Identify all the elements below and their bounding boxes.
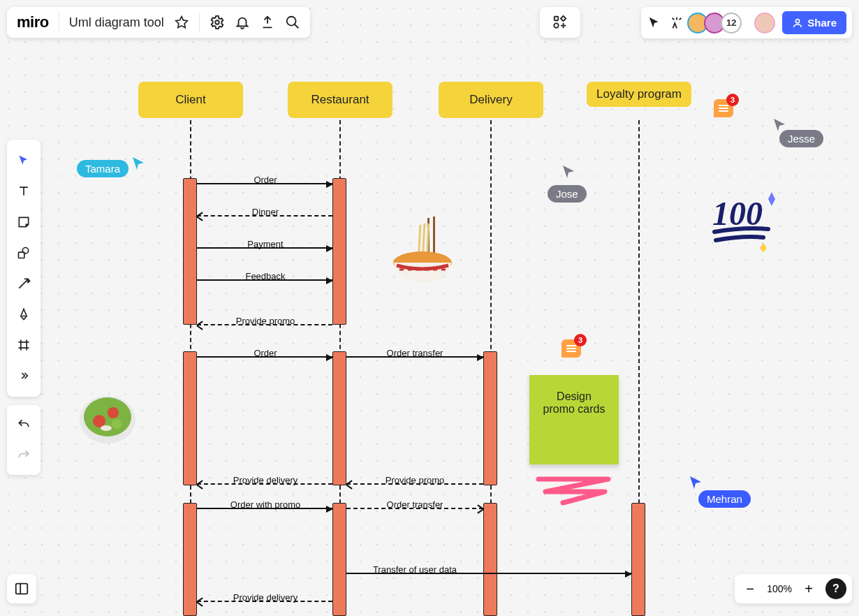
- divider: [199, 13, 200, 32]
- msg-order-2: Order: [254, 348, 277, 358]
- shape-tool[interactable]: [10, 239, 38, 267]
- comment-indicator-mid[interactable]: 3: [561, 339, 581, 358]
- svg-marker-2: [760, 243, 767, 251]
- svg-marker-15: [561, 16, 566, 21]
- panel-toggle-button[interactable]: [7, 574, 36, 603]
- activation-restaurant-2[interactable]: [332, 351, 346, 485]
- miro-logo[interactable]: miro: [17, 13, 49, 31]
- svg-point-13: [286, 17, 295, 26]
- activation-client-2[interactable]: [183, 351, 197, 485]
- salad-image[interactable]: [78, 388, 138, 450]
- undo-redo-panel: [7, 405, 41, 475]
- sticky-note-text: Design promo cards: [543, 390, 605, 415]
- sticky-note-design-promo[interactable]: Design promo cards: [529, 375, 619, 464]
- msg-payment: Payment: [247, 239, 283, 249]
- apps-button[interactable]: [540, 7, 580, 38]
- actor-label: Restaurant: [311, 93, 369, 106]
- activation-client-3[interactable]: [183, 503, 197, 616]
- tool-panel: [7, 140, 41, 397]
- redo-button[interactable]: [10, 441, 38, 469]
- msg-provide-delivery-1: Provide delivery: [233, 475, 298, 485]
- comment-count-badge: 3: [726, 94, 739, 106]
- svg-point-17: [796, 19, 800, 22]
- top-bar-right: 12 Share: [641, 7, 852, 38]
- settings-icon[interactable]: [210, 15, 225, 30]
- zoom-controls: − 100% + ?: [735, 574, 852, 603]
- share-button-label: Share: [807, 17, 837, 29]
- msg-provide-promo-2: Provide promo: [386, 475, 445, 485]
- undo-button[interactable]: [10, 411, 38, 439]
- svg-rect-14: [555, 17, 559, 21]
- board-canvas[interactable]: Client Restaurant Delivery Loyalty progr…: [0, 0, 859, 616]
- activation-restaurant-3[interactable]: [332, 503, 346, 616]
- collaborator-avatars[interactable]: 12: [691, 13, 742, 34]
- sticky-note-tool[interactable]: [10, 208, 38, 236]
- zoom-value[interactable]: 100%: [767, 583, 792, 594]
- msg-transfer-user-data: Transfer of user data: [373, 564, 457, 575]
- comment-count-badge: 3: [574, 334, 587, 346]
- activation-loyalty-3[interactable]: [631, 503, 645, 616]
- svg-point-6: [108, 407, 119, 418]
- bell-icon[interactable]: [235, 15, 250, 30]
- svg-text:100: 100: [712, 195, 763, 232]
- cursor-label: Jose: [548, 185, 587, 203]
- top-bar-left: miro Uml diagram tool: [7, 7, 310, 38]
- noodles-image[interactable]: [390, 217, 456, 289]
- zoom-in-button[interactable]: +: [799, 579, 818, 599]
- select-tool[interactable]: [10, 147, 38, 175]
- export-icon[interactable]: [260, 15, 275, 30]
- svg-point-16: [554, 23, 558, 27]
- msg-order-transfer-1: Order transfer: [387, 348, 443, 358]
- actor-delivery[interactable]: Delivery: [439, 82, 543, 118]
- share-button[interactable]: Share: [782, 11, 846, 34]
- svg-point-8: [101, 425, 112, 431]
- msg-order-with-promo: Order with promo: [230, 499, 300, 510]
- pen-tool[interactable]: [10, 300, 38, 328]
- activation-restaurant-1[interactable]: [332, 178, 346, 325]
- svg-rect-20: [16, 584, 28, 594]
- hundred-emoji-sticker[interactable]: 100: [709, 189, 779, 254]
- svg-point-19: [22, 248, 28, 254]
- activation-delivery-2[interactable]: [483, 351, 497, 485]
- arrow-tool[interactable]: [10, 270, 38, 298]
- board-title[interactable]: Uml diagram tool: [69, 15, 164, 30]
- help-button[interactable]: ?: [825, 578, 846, 599]
- svg-rect-10: [433, 217, 435, 254]
- frame-tool[interactable]: [10, 331, 38, 359]
- user-cursor-tamara: Tamara: [77, 157, 129, 177]
- cursor-label: Tamara: [77, 160, 129, 177]
- avatar-more-count[interactable]: 12: [721, 13, 742, 34]
- actor-restaurant[interactable]: Restaurant: [288, 82, 392, 118]
- svg-marker-1: [768, 192, 775, 206]
- actor-label: Client: [175, 93, 205, 106]
- svg-point-7: [112, 419, 122, 429]
- msg-order-1: Order: [254, 175, 277, 185]
- text-tool[interactable]: [10, 177, 38, 205]
- actor-loyalty[interactable]: Loyalty program: [587, 82, 691, 107]
- actor-label: Delivery: [469, 93, 512, 106]
- current-user-avatar[interactable]: [754, 13, 775, 34]
- reactions-icon[interactable]: [669, 15, 684, 31]
- search-icon[interactable]: [285, 15, 300, 30]
- cursor-label: Mehran: [698, 490, 751, 508]
- cursor-mode-icon[interactable]: [647, 15, 662, 31]
- msg-feedback: Feedback: [245, 271, 285, 281]
- msg-order-transfer-2: Order transfer: [387, 499, 443, 510]
- scribble-annotation: [535, 472, 619, 507]
- star-icon[interactable]: [174, 15, 189, 30]
- user-cursor-jesse: Jesse: [770, 119, 823, 147]
- actor-client[interactable]: Client: [138, 82, 243, 118]
- comment-indicator-top[interactable]: 3: [714, 99, 733, 117]
- svg-point-12: [215, 20, 219, 24]
- msg-dinner: Dinner: [252, 207, 279, 217]
- more-tools[interactable]: [10, 362, 38, 390]
- activation-delivery-3[interactable]: [483, 503, 497, 616]
- zoom-out-button[interactable]: −: [740, 579, 760, 599]
- msg-provide-promo-1: Provide promo: [236, 316, 295, 326]
- help-label: ?: [832, 582, 839, 595]
- actor-label: Loyalty program: [596, 87, 682, 101]
- activation-client-1[interactable]: [183, 178, 197, 325]
- msg-provide-delivery-2: Provide delivery: [233, 592, 298, 603]
- user-cursor-mehran: Mehran: [689, 475, 751, 508]
- user-cursor-jose: Jose: [548, 164, 587, 203]
